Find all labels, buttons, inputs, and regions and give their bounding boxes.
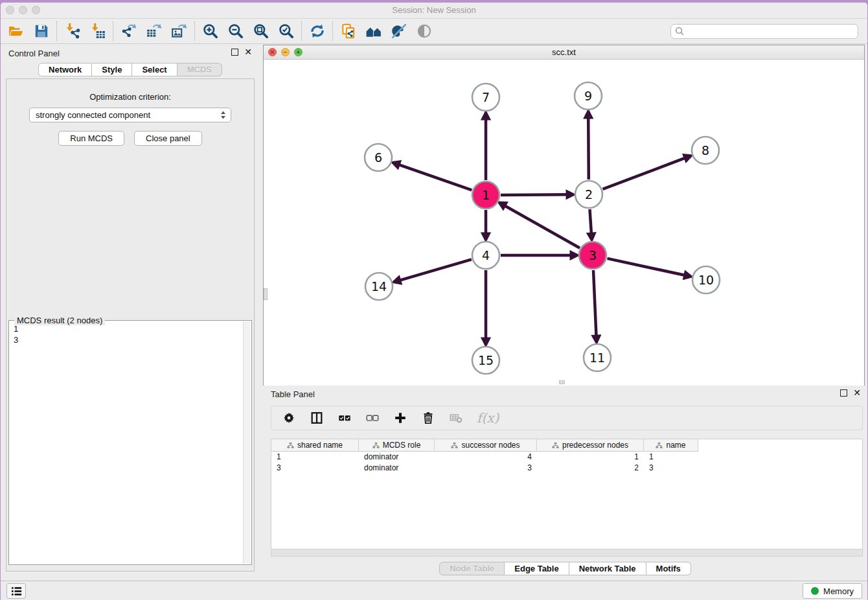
tab-select[interactable]: Select [132, 63, 177, 76]
column-header-MCDS-role[interactable]: MCDS role [359, 439, 435, 452]
table-cell[interactable]: dominator [359, 463, 435, 474]
horizontal-splitter-handle[interactable] [559, 380, 565, 384]
select-arrows-icon [220, 110, 227, 120]
delete-column-icon[interactable] [421, 411, 435, 425]
function-builder-icon[interactable]: f(x) [477, 410, 499, 426]
clone-network-icon[interactable] [339, 23, 357, 40]
export-table-icon[interactable] [145, 23, 163, 40]
run-mcds-button[interactable]: Run MCDS [58, 131, 124, 146]
table-cell[interactable]: 1 [271, 452, 359, 463]
table-cell[interactable]: 1 [537, 452, 644, 463]
float-panel-icon[interactable] [231, 49, 238, 56]
table-cell[interactable]: 3 [435, 463, 537, 474]
table-cell[interactable]: 3 [644, 463, 698, 474]
network-canvas[interactable]: 7968124314101511 [264, 60, 864, 386]
column-header-name[interactable]: name [644, 439, 698, 452]
deselect-all-checkboxes-icon[interactable] [365, 411, 380, 425]
vertical-splitter-handle[interactable] [264, 288, 268, 300]
delete-table-icon[interactable] [449, 411, 463, 425]
memory-status-icon [811, 587, 819, 595]
graph-node-3[interactable]: 3 [579, 242, 606, 269]
contrast-icon[interactable] [415, 23, 433, 40]
export-network-icon[interactable] [120, 23, 137, 40]
graph-edge-3-10[interactable] [608, 259, 688, 276]
table-row[interactable]: 1dominator411 [271, 452, 862, 463]
zoom-in-icon[interactable] [201, 23, 219, 40]
graph-node-7[interactable]: 7 [472, 84, 499, 111]
graph-edge-2-8[interactable] [603, 157, 688, 189]
graph-node-11[interactable]: 11 [584, 344, 611, 371]
search-input[interactable] [685, 25, 858, 38]
graph-edge-2-3[interactable] [590, 209, 592, 237]
table-scroll-strip[interactable] [271, 549, 863, 557]
table-cell[interactable]: dominator [359, 452, 435, 463]
tab-motifs[interactable]: Motifs [646, 562, 691, 575]
graph-edge-1-2[interactable] [501, 194, 570, 195]
graph-node-6[interactable]: 6 [365, 144, 392, 171]
close-panel-button[interactable]: Close panel [134, 131, 202, 146]
memory-button[interactable]: Memory [803, 583, 862, 599]
graph-edge-3-11[interactable] [593, 270, 597, 339]
zoom-selected-icon[interactable] [277, 23, 295, 40]
mcds-result-box: MCDS result (2 nodes) 13 [8, 320, 252, 565]
table-cell[interactable]: 1 [644, 452, 698, 463]
graph-node-2[interactable]: 2 [575, 181, 602, 208]
graph-edge-2-9[interactable] [588, 115, 589, 179]
tab-edge-table[interactable]: Edge Table [505, 562, 569, 575]
app-window: Session: New Session [1, 3, 867, 600]
column-header-shared-name[interactable]: shared name [271, 439, 359, 452]
network-graph[interactable]: 7968124314101511 [264, 60, 864, 386]
table-cell[interactable]: 4 [435, 452, 537, 463]
zoom-fit-icon[interactable] [252, 23, 269, 40]
graph-edge-4-14[interactable] [397, 259, 472, 281]
import-table-icon[interactable] [89, 23, 106, 40]
optimization-select-value: strongly connected component [36, 110, 150, 120]
style-toggle-icon[interactable] [390, 23, 407, 40]
table-header-row: shared nameMCDS rolesuccessor nodesprede… [271, 439, 862, 452]
graph-node-9[interactable]: 9 [575, 82, 602, 110]
graph-node-14[interactable]: 14 [365, 273, 393, 300]
save-session-icon[interactable] [32, 23, 50, 40]
apply-layout-icon[interactable] [308, 23, 326, 40]
zoom-out-icon[interactable] [227, 23, 244, 40]
app-titlebar: Session: New Session [1, 3, 867, 18]
graph-node-1[interactable]: 1 [472, 181, 499, 209]
main-toolbar [1, 18, 867, 44]
list-icon [11, 586, 22, 596]
add-column-icon[interactable] [393, 411, 407, 425]
close-table-panel-icon[interactable]: ✕ [853, 389, 861, 397]
table-cell[interactable]: 2 [537, 463, 644, 474]
result-scrollbar[interactable] [243, 321, 251, 564]
tab-node-table[interactable]: Node Table [439, 562, 505, 575]
tab-network-table[interactable]: Network Table [569, 562, 646, 575]
float-table-panel-icon[interactable] [840, 389, 847, 397]
close-panel-icon[interactable]: ✕ [244, 49, 252, 56]
table-cell[interactable]: 3 [271, 463, 359, 474]
graph-node-15[interactable]: 15 [472, 347, 499, 374]
mcds-tab-content: Optimization criterion: strongly connect… [6, 78, 255, 571]
network-view-window: ✕ − + scc.txt 7968124314101511 [263, 45, 865, 386]
task-history-button[interactable] [6, 583, 26, 599]
open-session-icon[interactable] [7, 23, 25, 40]
first-neighbors-icon[interactable] [365, 23, 382, 40]
select-all-checkboxes-icon[interactable] [337, 411, 352, 425]
mcds-result-list: 13 [10, 321, 242, 564]
memory-label: Memory [823, 586, 854, 596]
graph-node-4[interactable]: 4 [472, 242, 499, 269]
tab-mcds[interactable]: MCDS [177, 63, 222, 76]
column-header-successor-nodes[interactable]: successor nodes [435, 439, 537, 452]
export-image-icon[interactable] [170, 23, 188, 40]
graph-node-8[interactable]: 8 [692, 137, 719, 164]
column-layout-icon[interactable] [310, 411, 324, 425]
graph-edge-3-1[interactable] [502, 204, 580, 248]
column-header-predecessor-nodes[interactable]: predecessor nodes [537, 439, 644, 452]
settings-gear-icon[interactable] [282, 411, 296, 425]
table-row[interactable]: 3dominator323 [271, 463, 862, 474]
optimization-select[interactable]: strongly connected component [29, 108, 231, 122]
tab-style[interactable]: Style [92, 63, 132, 76]
network-window-titlebar: ✕ − + scc.txt [264, 45, 864, 60]
tab-network[interactable]: Network [38, 63, 92, 76]
import-network-icon[interactable] [63, 23, 81, 40]
graph-edge-1-6[interactable] [396, 164, 472, 190]
graph-node-10[interactable]: 10 [692, 266, 720, 294]
